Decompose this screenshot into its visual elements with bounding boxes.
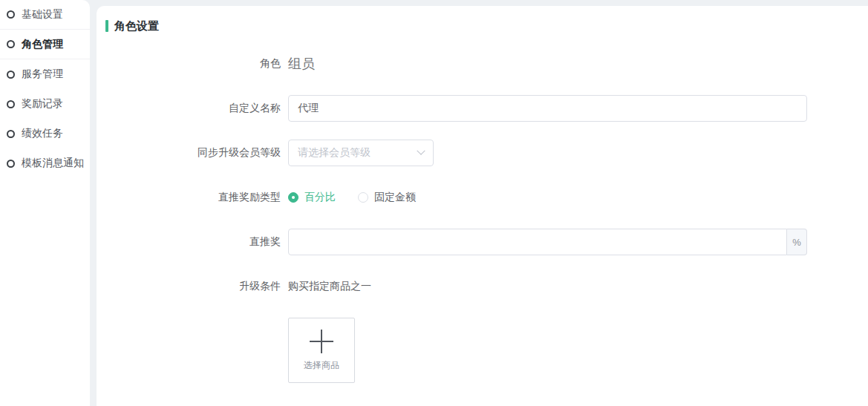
member-level-placeholder: 请选择会员等级 (298, 146, 371, 160)
radio-percentage[interactable]: 百分比 (288, 191, 336, 204)
plus-icon (310, 330, 333, 353)
sidebar-item-label: 绩效任务 (22, 127, 63, 140)
page-title: 角色设置 (114, 19, 159, 33)
form-row-sync-member-level: 同步升级会员等级 请选择会员等级 (97, 140, 868, 166)
title-accent-bar (105, 20, 108, 32)
select-product-button[interactable]: 选择商品 (288, 318, 355, 383)
radio-icon (358, 192, 368, 203)
sidebar-item-basic-settings[interactable]: 基础设置 (0, 0, 90, 30)
chevron-down-icon (417, 147, 425, 155)
settings-sidebar: 基础设置 角色管理 服务管理 奖励记录 绩效任务 模板消息通知 (0, 0, 90, 406)
sidebar-item-label: 角色管理 (22, 38, 63, 51)
upgrade-condition-value: 购买指定商品之一 (288, 280, 371, 293)
sidebar-item-reward-records[interactable]: 奖励记录 (0, 89, 90, 119)
sync-member-level-label: 同步升级会员等级 (97, 146, 281, 160)
percent-suffix: % (787, 229, 807, 255)
role-settings-panel: 角色设置 角色 组员 自定义名称 同步升级会员等级 请选择会员等级 (97, 6, 868, 406)
circle-icon (7, 10, 15, 19)
sidebar-item-label: 奖励记录 (22, 97, 63, 111)
direct-reward-input[interactable] (288, 229, 787, 255)
role-value: 组员 (288, 55, 315, 73)
circle-icon (7, 160, 15, 168)
circle-icon (7, 71, 15, 79)
sidebar-item-label: 基础设置 (22, 8, 63, 22)
role-label: 角色 (97, 57, 281, 71)
section-title: 角色设置 (105, 19, 868, 33)
upgrade-condition-label: 升级条件 (97, 280, 281, 293)
direct-reward-type-label: 直推奖励类型 (97, 191, 281, 204)
direct-reward-input-group: % (288, 229, 807, 255)
custom-name-label: 自定义名称 (97, 102, 281, 115)
radio-icon (288, 192, 298, 203)
form-row-upgrade-condition: 升级条件 购买指定商品之一 (97, 273, 868, 300)
circle-icon (7, 100, 15, 108)
direct-reward-label: 直推奖 (97, 235, 281, 249)
role-settings-form: 角色 组员 自定义名称 同步升级会员等级 请选择会员等级 直推奖励类型 (97, 50, 868, 383)
form-row-custom-name: 自定义名称 (97, 95, 868, 122)
radio-percentage-label: 百分比 (304, 191, 336, 204)
select-product-label: 选择商品 (304, 359, 339, 372)
sidebar-item-service-management[interactable]: 服务管理 (0, 59, 90, 89)
circle-icon (7, 130, 15, 138)
radio-fixed-amount-label: 固定金额 (374, 191, 416, 204)
form-row-role: 角色 组员 (97, 50, 868, 77)
sidebar-item-label: 服务管理 (22, 68, 63, 81)
member-level-select[interactable]: 请选择会员等级 (288, 140, 434, 166)
form-row-direct-reward: 直推奖 % (97, 229, 868, 255)
circle-icon (7, 40, 15, 48)
sidebar-item-role-management[interactable]: 角色管理 (0, 30, 90, 59)
form-row-direct-reward-type: 直推奖励类型 百分比 固定金额 (97, 184, 868, 211)
radio-fixed-amount[interactable]: 固定金额 (358, 191, 416, 204)
sidebar-item-template-message-notify[interactable]: 模板消息通知 (0, 148, 90, 178)
sidebar-item-label: 模板消息通知 (22, 157, 84, 170)
custom-name-input[interactable] (288, 95, 807, 122)
sidebar-item-performance-tasks[interactable]: 绩效任务 (0, 119, 90, 148)
form-row-product-picker: 选择商品 (97, 318, 868, 383)
